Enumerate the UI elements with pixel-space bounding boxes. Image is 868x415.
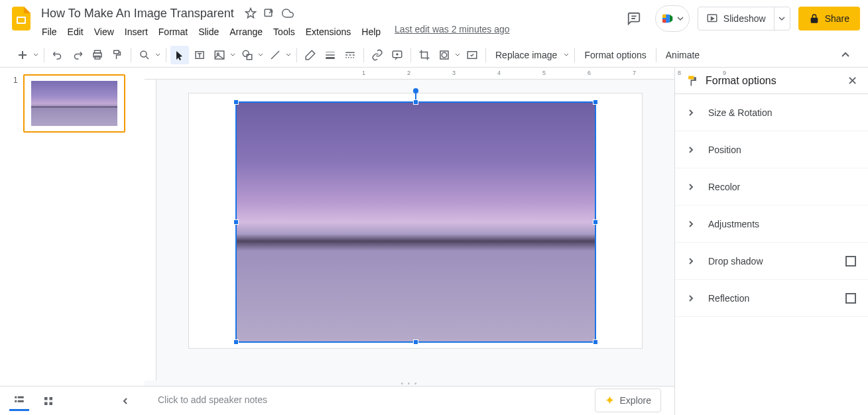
svg-rect-23 [18,400,24,402]
sidebar-title: Format options [706,75,841,87]
select-tool[interactable] [170,46,189,64]
resize-handle-w[interactable] [233,219,239,225]
image-tool[interactable] [210,46,229,64]
print-button[interactable] [88,46,107,64]
zoom-button[interactable] [135,46,154,64]
svg-rect-26 [44,402,48,405]
border-color-button[interactable] [301,46,320,64]
option-drop-shadow[interactable]: Drop shadow [675,243,868,280]
move-icon[interactable] [263,7,275,19]
text-box-tool[interactable] [190,46,209,64]
title-area: How To Make An Image Transparent File Ed… [34,5,621,40]
rotate-handle[interactable] [413,88,418,93]
menu-format[interactable]: Format [154,24,192,40]
comments-button[interactable] [621,5,647,32]
main-area: 1 1 2 3 4 5 6 7 8 9 [0,68,868,415]
toolbar: Replace image Format options Animate [0,42,868,68]
chevron-right-icon [687,220,699,228]
drop-shadow-checkbox[interactable] [845,256,856,267]
selected-image[interactable] [235,101,596,343]
option-recolor[interactable]: Recolor [675,168,868,206]
option-position[interactable]: Position [675,131,868,168]
menu-insert[interactable]: Insert [120,24,153,40]
new-slide-button[interactable] [13,46,32,64]
svg-rect-24 [44,397,48,400]
share-button[interactable]: Share [798,7,860,30]
resize-handle-sw[interactable] [233,339,239,345]
option-adjustments[interactable]: Adjustments [675,206,868,243]
redo-button[interactable] [68,46,87,64]
last-edit-link[interactable]: Last edit was 2 minutes ago [395,24,510,40]
notes-resize-grip[interactable]: • • • [145,381,674,386]
border-weight-button[interactable] [321,46,340,64]
svg-rect-22 [15,400,17,402]
option-size-rotation[interactable]: Size & Rotation [675,94,868,131]
slides-app-icon[interactable] [8,5,34,32]
menu-edit[interactable]: Edit [63,24,88,40]
menu-file[interactable]: File [37,24,62,40]
chevron-right-icon [687,109,699,117]
svg-point-17 [442,52,447,58]
format-options-button[interactable]: Format options [579,46,651,64]
slideshow-dropdown[interactable] [774,7,790,30]
collapse-toolbar-button[interactable] [836,46,855,64]
header-actions: Slideshow Share [621,5,860,32]
menu-extensions[interactable]: Extensions [301,24,355,40]
shape-tool[interactable] [238,46,257,64]
slide-canvas[interactable] [188,93,643,349]
mask-dropdown[interactable] [454,52,462,58]
option-reflection[interactable]: Reflection [675,280,868,317]
crop-button[interactable] [415,46,434,64]
slide-number: 1 [13,74,18,133]
slideshow-button[interactable]: Slideshow [698,7,790,30]
menu-help[interactable]: Help [357,24,385,40]
chevron-down-icon [677,15,684,22]
animate-button[interactable]: Animate [660,46,705,64]
filmstrip-view-button[interactable] [9,391,29,411]
placeholder-image [237,103,595,341]
reflection-checkbox[interactable] [845,293,856,304]
resize-handle-nw[interactable] [233,99,239,105]
undo-button[interactable] [48,46,67,64]
mask-button[interactable] [435,46,454,64]
resize-handle-se[interactable] [593,339,598,345]
svg-rect-1 [18,18,25,23]
explore-button[interactable]: ✦ Explore [595,388,661,412]
slide-thumbnail[interactable] [23,74,125,133]
cloud-status-icon[interactable] [282,7,294,19]
collapse-filmstrip-button[interactable] [115,391,135,411]
svg-rect-25 [50,397,53,400]
menu-slide[interactable]: Slide [194,24,223,40]
grid-view-button[interactable] [38,391,58,411]
new-slide-dropdown[interactable] [32,52,40,58]
svg-point-9 [141,51,147,57]
meet-button[interactable] [655,5,690,32]
chevron-down-icon [778,15,785,22]
shape-dropdown[interactable] [257,52,265,58]
document-title[interactable]: How To Make An Image Transparent [37,5,238,22]
resize-handle-s[interactable] [413,339,418,345]
svg-rect-19 [688,76,694,79]
menu-view[interactable]: View [90,24,119,40]
star-icon[interactable] [245,7,257,19]
resize-handle-n[interactable] [413,99,418,105]
reset-image-button[interactable] [463,46,481,64]
document-header: How To Make An Image Transparent File Ed… [0,0,868,42]
explore-label: Explore [620,395,651,406]
replace-image-dropdown[interactable] [562,52,570,58]
border-dash-button[interactable] [341,46,359,64]
close-sidebar-button[interactable]: ✕ [847,74,857,88]
resize-handle-e[interactable] [593,219,598,225]
paint-format-button[interactable] [108,46,127,64]
replace-image-button[interactable]: Replace image [490,46,562,64]
chevron-right-icon [687,146,699,154]
zoom-dropdown[interactable] [154,52,162,58]
line-tool[interactable] [266,46,284,64]
menu-arrange[interactable]: Arrange [225,24,267,40]
image-dropdown[interactable] [229,52,237,58]
line-dropdown[interactable] [284,52,292,58]
resize-handle-ne[interactable] [593,99,598,105]
comment-button[interactable] [388,46,406,64]
link-button[interactable] [368,46,387,64]
menu-tools[interactable]: Tools [269,24,300,40]
